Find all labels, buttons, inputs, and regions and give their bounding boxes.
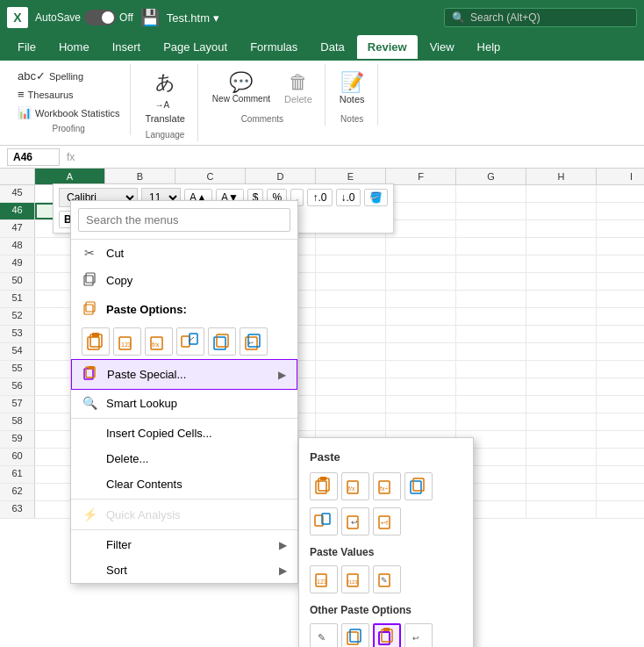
cell-f52[interactable] — [386, 308, 456, 325]
row-header-48[interactable]: 48 — [0, 238, 35, 255]
cell-g50[interactable] — [456, 273, 526, 290]
col-header-b[interactable]: B — [105, 169, 175, 184]
cell-i46[interactable] — [597, 203, 644, 219]
context-item-sort[interactable]: Sort ▶ — [71, 557, 297, 583]
cell-f56[interactable] — [386, 378, 456, 395]
row-header-49[interactable]: 49 — [0, 255, 35, 272]
cell-e58[interactable] — [316, 413, 386, 430]
paint-bucket-button[interactable]: 🪣 — [364, 189, 388, 206]
context-item-insert-copied[interactable]: Insert Copied Cells... — [71, 421, 297, 446]
cell-h58[interactable] — [526, 413, 597, 430]
cell-f47[interactable] — [386, 220, 456, 237]
sub-paste-icon-3[interactable]: fx÷ — [373, 472, 401, 500]
sub-paste-icon-1[interactable] — [310, 472, 338, 500]
row-header-54[interactable]: 54 — [0, 343, 35, 360]
cell-e56[interactable] — [316, 378, 386, 395]
cell-i51[interactable] — [597, 291, 644, 307]
cell-e50[interactable] — [316, 273, 386, 290]
save-button[interactable]: 💾 — [140, 8, 160, 27]
row-header-56[interactable]: 56 — [0, 378, 35, 395]
paste-icon-formatting[interactable] — [208, 327, 236, 356]
cell-h54[interactable] — [526, 343, 597, 360]
row-header-59[interactable]: 59 — [0, 431, 35, 448]
cell-g46[interactable] — [456, 203, 526, 219]
cell-h52[interactable] — [526, 308, 597, 325]
col-header-g[interactable]: G — [456, 169, 526, 184]
cell-e55[interactable] — [316, 361, 386, 377]
tab-home[interactable]: Home — [48, 35, 100, 61]
cell-i62[interactable] — [597, 484, 644, 500]
col-header-f[interactable]: F — [386, 169, 456, 184]
cell-i50[interactable] — [597, 273, 644, 290]
row-header-53[interactable]: 53 — [0, 326, 35, 342]
cell-i58[interactable] — [597, 413, 644, 430]
translate-button[interactable]: あ→A Translate — [140, 69, 190, 127]
context-item-quick-analysis[interactable]: ⚡ Quick Analysis — [71, 501, 297, 528]
row-header-51[interactable]: 51 — [0, 291, 35, 307]
cell-g49[interactable] — [456, 255, 526, 272]
col-header-i[interactable]: I — [597, 169, 644, 184]
cell-f57[interactable] — [386, 396, 456, 413]
cell-e52[interactable] — [316, 308, 386, 325]
cell-e48[interactable] — [316, 238, 386, 255]
cell-e51[interactable] — [316, 291, 386, 307]
cell-i59[interactable] — [597, 431, 644, 448]
row-header-58[interactable]: 58 — [0, 413, 35, 430]
cell-h47[interactable] — [526, 220, 597, 237]
tab-view[interactable]: View — [419, 35, 465, 61]
cell-g48[interactable] — [456, 238, 526, 255]
cell-h49[interactable] — [526, 255, 597, 272]
cell-e53[interactable] — [316, 326, 386, 342]
tab-formulas[interactable]: Formulas — [240, 35, 308, 61]
paste-icon-link[interactable]: ↩ — [240, 327, 268, 356]
row-header-61[interactable]: 61 — [0, 466, 35, 483]
sub-values-icon-3[interactable]: ✎ — [373, 565, 401, 593]
row-header-57[interactable]: 57 — [0, 396, 35, 413]
paste-icon-formula[interactable]: f/x — [145, 327, 173, 356]
cell-h46[interactable] — [526, 203, 597, 219]
cell-e57[interactable] — [316, 396, 386, 413]
row-header-46[interactable]: 46 — [0, 203, 35, 219]
row-header-62[interactable]: 62 — [0, 484, 35, 500]
sub-paste-icon-5[interactable] — [310, 507, 338, 536]
context-item-smart-lookup[interactable]: 🔍 Smart Lookup — [71, 390, 297, 416]
cell-g58[interactable] — [456, 413, 526, 430]
spelling-button[interactable]: abc✓ Spelling — [14, 68, 123, 84]
tab-review[interactable]: Review — [357, 35, 418, 61]
sub-other-icon-2[interactable] — [341, 623, 369, 647]
cell-i63[interactable] — [597, 501, 644, 518]
col-header-h[interactable]: H — [526, 169, 597, 184]
cell-f49[interactable] — [386, 255, 456, 272]
context-item-filter[interactable]: Filter ▶ — [71, 532, 297, 557]
tab-page-layout[interactable]: Page Layout — [153, 35, 238, 61]
cell-f50[interactable] — [386, 273, 456, 290]
cell-h50[interactable] — [526, 273, 597, 290]
cell-i49[interactable] — [597, 255, 644, 272]
row-header-52[interactable]: 52 — [0, 308, 35, 325]
cell-reference[interactable]: A46 — [7, 148, 60, 166]
cell-g47[interactable] — [456, 220, 526, 237]
sub-paste-icon-7[interactable]: ↩f — [373, 507, 401, 536]
cell-f51[interactable] — [386, 291, 456, 307]
context-search-input[interactable] — [78, 208, 290, 232]
row-header-50[interactable]: 50 — [0, 273, 35, 290]
col-header-a[interactable]: A — [35, 169, 105, 184]
cell-i45[interactable] — [597, 185, 644, 202]
cell-g51[interactable] — [456, 291, 526, 307]
cell-e54[interactable] — [316, 343, 386, 360]
context-item-cut[interactable]: ✂ Cut — [71, 240, 297, 266]
cell-h55[interactable] — [526, 361, 597, 377]
cell-g45[interactable] — [456, 185, 526, 202]
context-item-delete[interactable]: Delete... — [71, 446, 297, 471]
cell-f46[interactable] — [386, 203, 456, 219]
autosave-toggle[interactable] — [84, 10, 116, 25]
cell-h48[interactable] — [526, 238, 597, 255]
cell-f55[interactable] — [386, 361, 456, 377]
cell-h59[interactable] — [526, 431, 597, 448]
cell-h51[interactable] — [526, 291, 597, 307]
global-search[interactable]: 🔍 Search (Alt+Q) — [444, 8, 637, 27]
thesaurus-button[interactable]: ≡ Thesaurus — [14, 86, 123, 103]
cell-f53[interactable] — [386, 326, 456, 342]
cell-g53[interactable] — [456, 326, 526, 342]
decrease-decimal-button[interactable]: ↓.0 — [336, 189, 361, 206]
